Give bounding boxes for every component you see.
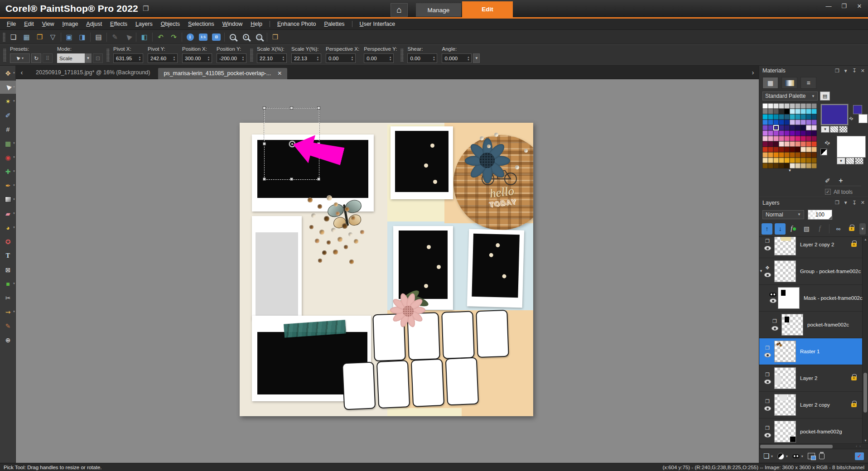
numeric-input[interactable]: 0.00▲▼: [364, 53, 394, 63]
swatch-panel-icon[interactable]: ◧: [138, 31, 151, 43]
color-swatch[interactable]: [784, 152, 790, 158]
pick-tool[interactable]: ▶▼: [0, 81, 16, 94]
layer-row-pocket-frame002c[interactable]: ❐pocket-frame002c: [759, 312, 862, 338]
color-swatch[interactable]: [800, 147, 806, 152]
color-swatch[interactable]: [795, 152, 800, 158]
color-swatch[interactable]: [800, 141, 806, 147]
spinner-icon[interactable]: ▲▼: [281, 54, 286, 62]
layers-vertical-scrollbar[interactable]: ▲ ▼: [862, 237, 868, 443]
fg-gradient-button[interactable]: [830, 126, 839, 133]
numeric-input[interactable]: 631.95▲▼: [113, 53, 143, 63]
foreground-swatch[interactable]: [821, 104, 848, 125]
menu-enhance-photo[interactable]: Enhance Photo: [273, 20, 320, 28]
color-swatch[interactable]: [790, 114, 795, 120]
pan-tool[interactable]: ✥▼: [0, 67, 16, 80]
rainbow-tab[interactable]: [781, 77, 797, 89]
toolbar-overflow-button[interactable]: ▼: [859, 223, 866, 235]
scroll-left-icon[interactable]: ‹: [856, 444, 857, 449]
color-swatch[interactable]: [806, 120, 811, 125]
text-tool[interactable]: T: [0, 249, 16, 262]
redo-icon[interactable]: ↷: [167, 31, 180, 43]
color-swatch[interactable]: [773, 158, 779, 163]
resize-handle[interactable]: [263, 178, 266, 181]
info-icon[interactable]: i: [183, 31, 197, 43]
color-swatch[interactable]: [811, 125, 817, 130]
link-layers-button[interactable]: ∞: [833, 223, 844, 235]
edit-selection-button[interactable]: ▧: [801, 223, 812, 235]
layer-row-group-pocket-frame002c[interactable]: ▼❖Group - pocket-frame002c: [759, 258, 862, 285]
presets-button[interactable]: ▶ ▼: [10, 53, 30, 63]
color-swatch-grid[interactable]: [762, 103, 817, 168]
color-swatch[interactable]: [795, 147, 800, 152]
rectangle-tool[interactable]: ■▼: [0, 277, 16, 290]
eraser-tool[interactable]: ▰▼: [0, 207, 16, 220]
color-swatch[interactable]: [795, 141, 800, 147]
color-swatch[interactable]: [773, 120, 779, 125]
mode-select[interactable]: Scale ▼: [57, 53, 92, 63]
color-swatch[interactable]: [784, 125, 790, 130]
color-swatch[interactable]: [768, 158, 773, 163]
color-swatch[interactable]: [773, 103, 779, 109]
menu-view[interactable]: View: [38, 20, 58, 28]
color-swatch[interactable]: [790, 130, 795, 136]
swatches-tab[interactable]: ▦: [762, 77, 778, 89]
resize-handle[interactable]: [317, 106, 320, 110]
save-as-icon[interactable]: ◨: [76, 31, 89, 43]
move-down-button[interactable]: ↓: [775, 223, 786, 235]
mesh-warp-tool[interactable]: ⊠: [0, 263, 16, 276]
numeric-input[interactable]: 22.13▲▼: [291, 53, 321, 63]
color-swatch[interactable]: [784, 141, 790, 147]
options-grip[interactable]: [250, 48, 253, 62]
new-mask-layer-button[interactable]: ▼: [792, 454, 804, 458]
color-swatch[interactable]: [768, 114, 773, 120]
open-icon[interactable]: ❐: [33, 31, 46, 43]
color-swatch[interactable]: [800, 114, 806, 120]
color-swatch[interactable]: [762, 147, 768, 152]
color-swatch[interactable]: [800, 103, 806, 109]
spinner-icon[interactable]: ▲▼: [241, 54, 246, 62]
color-swatch[interactable]: [779, 147, 784, 152]
color-swatch[interactable]: [811, 158, 817, 163]
color-swatch[interactable]: [768, 120, 773, 125]
visibility-eye-icon[interactable]: [764, 353, 771, 357]
color-swatch[interactable]: [779, 103, 784, 109]
resize-handle[interactable]: [290, 106, 293, 110]
numeric-input[interactable]: 300.00▲▼: [182, 53, 212, 63]
menu-objects[interactable]: Objects: [157, 20, 184, 28]
color-swatch[interactable]: [762, 152, 768, 158]
visibility-eye-icon[interactable]: [764, 246, 771, 250]
spinner-icon[interactable]: ▲▼: [350, 54, 355, 62]
color-swatch[interactable]: [790, 120, 795, 125]
color-swatch[interactable]: [784, 120, 790, 125]
layer-row-layer-2-copy[interactable]: ❐Layer 2 copy: [759, 392, 862, 418]
color-swatch[interactable]: [779, 120, 784, 125]
color-swatch[interactable]: [806, 163, 811, 168]
menu-selections[interactable]: Selections: [184, 20, 218, 28]
color-swatch[interactable]: [790, 158, 795, 163]
bg-gradient-button[interactable]: [846, 158, 854, 164]
color-swatch[interactable]: [762, 103, 768, 109]
visibility-eye-icon[interactable]: [772, 326, 778, 331]
spinner-icon[interactable]: ▲▼: [466, 54, 471, 62]
color-swatch[interactable]: [795, 136, 800, 141]
color-swatch[interactable]: [790, 147, 795, 152]
numeric-input[interactable]: 22.10▲▼: [257, 53, 287, 63]
layer-row-pocket-frame002g[interactable]: ❐pocket-frame002g: [759, 418, 862, 444]
visibility-eye-icon[interactable]: [764, 380, 771, 384]
color-swatch[interactable]: [811, 141, 817, 147]
color-swatch[interactable]: [811, 136, 817, 141]
color-swatch[interactable]: [800, 158, 806, 163]
spinner-icon[interactable]: ▲▼: [172, 54, 177, 62]
color-swatch[interactable]: [806, 103, 811, 109]
restore-icon[interactable]: ❐: [840, 3, 848, 10]
palette-select[interactable]: Standard Palette ▼: [762, 91, 818, 101]
color-swatch[interactable]: [779, 130, 784, 136]
doc-tab-background[interactable]: 20250919_171815.jpg* @ 16% (Background): [28, 69, 158, 76]
color-swatch[interactable]: [800, 125, 806, 130]
visibility-eye-icon[interactable]: [764, 433, 771, 437]
color-swatch[interactable]: [779, 109, 784, 114]
color-swatch[interactable]: [768, 125, 773, 130]
fit-image-icon[interactable]: ⊡: [210, 31, 223, 43]
canvas-area[interactable]: hello TODAY: [16, 79, 759, 463]
spinner-icon[interactable]: ▲▼: [431, 54, 436, 62]
